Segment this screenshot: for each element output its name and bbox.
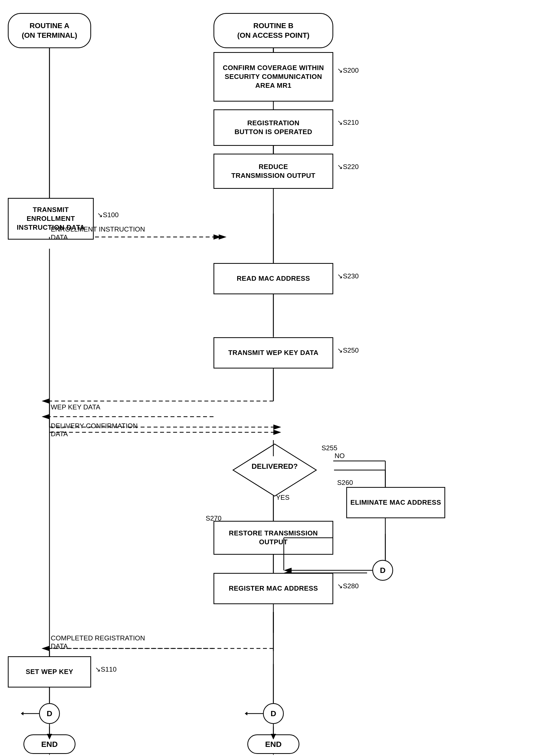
d-circle-left: D <box>39 703 60 724</box>
end-b-label: END <box>265 739 281 749</box>
diamond-shape: DELIVERED? <box>232 443 318 497</box>
svg-marker-21 <box>42 646 49 651</box>
routine-b-box: ROUTINE B (ON ACCESS POINT) <box>213 13 333 48</box>
svg-marker-13 <box>273 430 281 435</box>
s220-step: ↘S220 <box>337 163 359 171</box>
s255-diamond: DELIVERED? <box>232 443 318 497</box>
routine-a-label: ROUTINE A (ON TERMINAL) <box>22 21 77 40</box>
s110-step: ↘S110 <box>95 665 117 673</box>
end-b-box: END <box>247 734 299 754</box>
s260-label: ELIMINATE MAC ADDRESS <box>350 498 441 507</box>
svg-marker-68 <box>219 234 227 240</box>
s280-box: REGISTER MAC ADDRESS <box>213 573 333 604</box>
s270-step: S270 <box>206 514 222 522</box>
s220-box: REDUCE TRANSMISSION OUTPUT <box>213 154 333 189</box>
svg-marker-9 <box>213 234 221 240</box>
s250-box: TRANSMIT WEP KEY DATA <box>213 337 333 368</box>
no-label: NO <box>335 452 345 460</box>
completed-reg-text: COMPLETED REGISTRATIONDATA <box>51 634 145 650</box>
svg-marker-70 <box>42 398 49 404</box>
s210-box: REGISTRATION BUTTON IS OPERATED <box>213 109 333 146</box>
d-label-right-bottom: D <box>271 709 276 718</box>
s260-box: ELIMINATE MAC ADDRESS <box>346 487 445 518</box>
delivery-confirm-label: DELIVERY CONFIRMATIONDATA <box>51 422 194 438</box>
svg-marker-38 <box>245 712 247 715</box>
s230-box: READ MAC ADDRESS <box>213 263 333 294</box>
s210-step: ↘S210 <box>337 118 359 127</box>
d-arrow-left <box>21 710 42 717</box>
s270-label: RESTORE TRANSMISSION OUTPUT <box>229 529 318 547</box>
svg-marker-52 <box>42 646 49 651</box>
d-circle-right-bottom: D <box>263 703 284 724</box>
s260-step: S260 <box>337 479 353 487</box>
wep-key-text: WEP KEY DATA <box>51 403 100 411</box>
d-label-left: D <box>47 709 52 718</box>
s230-step: ↘S230 <box>337 272 359 280</box>
routine-b-label: ROUTINE B (ON ACCESS POINT) <box>237 21 309 40</box>
enrollment-data-label: ENROLLMENT INSTRUCTIONDATA <box>51 225 207 241</box>
svg-marker-36 <box>21 712 23 715</box>
s220-label: REDUCE TRANSMISSION OUTPUT <box>231 163 316 180</box>
d-arrow-right <box>245 710 266 717</box>
end-a-box: END <box>23 734 76 754</box>
svg-marker-72 <box>273 424 281 430</box>
s280-step: ↘S280 <box>337 582 359 590</box>
s250-step: ↘S250 <box>337 346 359 354</box>
enrollment-data-text: ENROLLMENT INSTRUCTIONDATA <box>51 225 145 241</box>
end-a-label: END <box>41 739 58 749</box>
s255-step: S255 <box>322 444 337 452</box>
routine-a-box: ROUTINE A (ON TERMINAL) <box>8 13 91 48</box>
d-label-right-top: D <box>380 566 386 575</box>
s100-step: ↘S100 <box>97 211 119 219</box>
completed-reg-label: COMPLETED REGISTRATIONDATA <box>51 634 207 650</box>
s200-step: ↘S200 <box>337 66 359 74</box>
flowchart-diagram: ROUTINE A (ON TERMINAL) ROUTINE B (ON AC… <box>0 0 547 756</box>
s270-box: RESTORE TRANSMISSION OUTPUT <box>213 521 333 555</box>
s110-box: SET WEP KEY <box>8 656 91 688</box>
s210-label: REGISTRATION BUTTON IS OPERATED <box>235 119 312 136</box>
s250-label: TRANSMIT WEP KEY DATA <box>228 348 319 357</box>
d-circle-right-top: D <box>372 560 393 581</box>
s200-box: CONFIRM COVERAGE WITHIN SECURITY COMMUNI… <box>213 52 333 102</box>
s280-label: REGISTER MAC ADDRESS <box>229 584 318 593</box>
s230-label: READ MAC ADDRESS <box>237 274 310 283</box>
svg-marker-63 <box>284 568 292 573</box>
delivery-confirm-text: DELIVERY CONFIRMATIONDATA <box>51 422 138 438</box>
yes-label: YES <box>276 493 290 502</box>
s110-label: SET WEP KEY <box>26 667 73 676</box>
s200-label: CONFIRM COVERAGE WITHIN SECURITY COMMUNI… <box>223 64 324 90</box>
svg-text:DELIVERED?: DELIVERED? <box>252 462 298 470</box>
wep-key-label: WEP KEY DATA <box>51 403 155 411</box>
svg-marker-11 <box>42 414 49 419</box>
